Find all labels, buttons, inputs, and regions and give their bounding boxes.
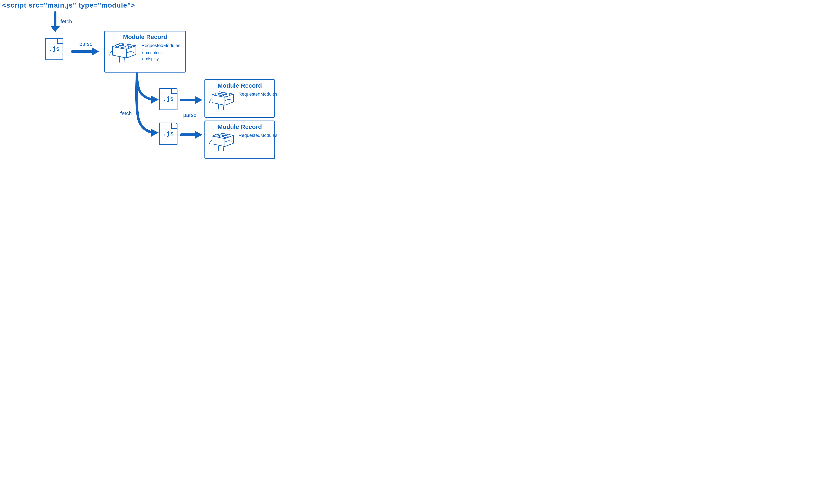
module-record-main: Module Record RequestedModules counter.j… bbox=[104, 30, 186, 72]
arrow-parse-child1-icon bbox=[180, 95, 204, 105]
arrow-fetch-children-icon bbox=[123, 72, 160, 138]
list-item: counter.js bbox=[146, 50, 180, 56]
brick-icon bbox=[208, 132, 236, 153]
brick-icon bbox=[108, 42, 139, 66]
jsfile-main-icon: .js bbox=[45, 38, 63, 60]
script-tag-code: <script src="main.js" type="module"> bbox=[2, 1, 135, 9]
module-record-child1: Module Record RequestedModules bbox=[204, 79, 275, 118]
label-fetch-main: fetch bbox=[61, 18, 72, 25]
brick-icon bbox=[208, 91, 236, 112]
jsfile-child1-icon: .js bbox=[159, 88, 178, 110]
module-record-title: Module Record bbox=[208, 123, 271, 130]
requested-modules-list: RequestedModules bbox=[239, 91, 278, 98]
label-fetch-children: fetch bbox=[120, 110, 132, 117]
module-record-title: Module Record bbox=[108, 34, 182, 40]
label-parse-children: parse bbox=[183, 112, 197, 118]
list-item: display.js bbox=[146, 56, 180, 62]
arrow-parse-main-icon bbox=[70, 45, 101, 58]
module-record-child2: Module Record RequestedModules bbox=[204, 121, 275, 159]
arrow-parse-child2-icon bbox=[180, 130, 204, 140]
requested-modules-list: RequestedModules bbox=[239, 132, 278, 139]
module-record-title: Module Record bbox=[208, 82, 271, 89]
requested-modules-list: RequestedModules counter.js display.js bbox=[142, 42, 180, 62]
jsfile-child2-icon: .js bbox=[159, 123, 178, 145]
